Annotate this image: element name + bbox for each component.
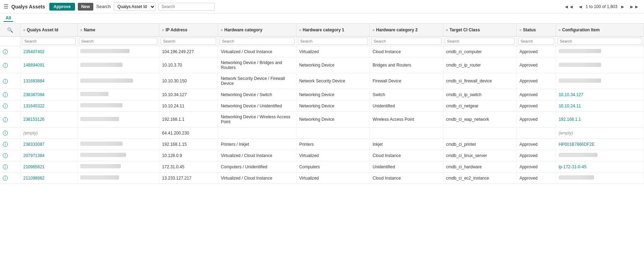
- asset-id-cell: 207971384: [20, 150, 77, 161]
- target-ci-cell: cmdb_ci_ip_switch: [443, 89, 517, 100]
- info-icon-cell: i: [0, 46, 20, 57]
- name-blurred: [80, 153, 126, 157]
- info-icon[interactable]: i: [3, 49, 8, 54]
- asset-id-link[interactable]: 207971384: [23, 153, 44, 158]
- config-item-link[interactable]: ip-172-31-0-45: [559, 164, 587, 169]
- search-target-ci-input[interactable]: [445, 38, 515, 45]
- config-item-cell: [556, 73, 644, 89]
- asset-id-link[interactable]: 238387084: [23, 92, 44, 97]
- search-config-input[interactable]: [557, 38, 642, 45]
- hw-category-cell: Networking Device / Bridges and Routers: [218, 57, 296, 73]
- search-field-select[interactable]: Qualys Asset Id Name IP Address: [114, 2, 156, 11]
- search-hw-cat2-input[interactable]: [371, 38, 442, 45]
- name-cell: [77, 46, 159, 57]
- info-icon-cell: i: [0, 150, 20, 161]
- config-item-link[interactable]: 10.10.34.127: [559, 92, 583, 97]
- info-icon[interactable]: i: [3, 131, 8, 136]
- ip-address-cell: 10.10.34.127: [159, 89, 218, 100]
- info-icon[interactable]: i: [3, 79, 8, 84]
- col-header-asset-id[interactable]: ≡ Qualys Asset Id: [20, 24, 77, 37]
- table-row: i210985821172.31.0.45Computers / Unident…: [0, 161, 644, 173]
- asset-id-link[interactable]: 131645322: [23, 104, 44, 108]
- asset-id-link[interactable]: 131683884: [23, 79, 44, 83]
- name-cell: [77, 139, 159, 150]
- config-item-cell: 10.10.34.127: [556, 89, 644, 100]
- col-header-name[interactable]: ≡ Name: [77, 24, 159, 37]
- config-item-cell: [556, 150, 644, 161]
- col-header-hw-category2[interactable]: ≡ Hardware category 2: [370, 24, 443, 37]
- col-header-target-ci[interactable]: ≡ Target CI Class: [443, 24, 517, 37]
- info-icon[interactable]: i: [3, 104, 8, 108]
- top-bar: ☰ Qualys Assets Approve New Search Qualy…: [0, 0, 644, 13]
- info-icon[interactable]: i: [3, 142, 8, 147]
- col-header-status[interactable]: ≡ Status: [517, 24, 556, 37]
- asset-id-link[interactable]: 238333087: [23, 142, 44, 147]
- hamburger-menu-icon[interactable]: ☰: [4, 3, 8, 10]
- hw-category2-cell: Wireless Access Point: [370, 112, 443, 127]
- target-ci-cell: cmdb_ci_hardware: [443, 161, 517, 173]
- config-item-link[interactable]: HP001B7866DF2E: [559, 142, 595, 147]
- first-page-button[interactable]: ◄◄: [563, 3, 575, 10]
- table-row: i235407402104.196.249.227Virtualized / C…: [0, 46, 644, 57]
- hw-category1-cell: Virtualized: [296, 46, 370, 57]
- name-cell: [77, 112, 159, 127]
- search-hw-cat-input[interactable]: [219, 38, 294, 45]
- config-item-blurred: [559, 63, 601, 67]
- hw-category1-cell: [296, 127, 370, 139]
- ip-address-cell: 13.233.127.217: [159, 173, 218, 184]
- config-item-blurred: [559, 153, 598, 157]
- col-header-hw-category[interactable]: ≡ Hardware category: [218, 24, 296, 37]
- table-row: i238153126192.168.1.1Networking Device /…: [0, 112, 644, 127]
- info-icon[interactable]: i: [3, 176, 8, 181]
- info-icon[interactable]: i: [3, 153, 8, 158]
- search-icon[interactable]: 🔍: [7, 27, 13, 33]
- search-row-target-ci: [443, 37, 517, 46]
- search-row-ip: [159, 37, 218, 46]
- name-blurred: [80, 92, 108, 96]
- col-header-config-item[interactable]: ≡ Configuration Item: [556, 24, 644, 37]
- search-name-input[interactable]: [79, 38, 157, 45]
- last-page-button[interactable]: ►►: [628, 3, 640, 10]
- search-ip-input[interactable]: [161, 38, 216, 45]
- hw-category2-cell: Unidentified: [370, 100, 443, 112]
- search-hw-cat1-input[interactable]: [298, 38, 368, 45]
- col-header-hw-category1[interactable]: ≡ Hardware category 1: [296, 24, 370, 37]
- next-page-button[interactable]: ►: [619, 3, 626, 10]
- asset-id-link[interactable]: 211098862: [23, 176, 44, 181]
- hw-category-cell: Networking Device / Unidentified: [218, 100, 296, 112]
- hw-category1-cell: Networking Device: [296, 112, 370, 127]
- search-input[interactable]: [158, 3, 215, 11]
- ip-address-cell: 64.41.200.230: [159, 127, 218, 139]
- config-item-link[interactable]: 10.10.24.11: [559, 104, 581, 108]
- config-item-link[interactable]: 192.168.1.1: [559, 117, 581, 122]
- approve-button[interactable]: Approve: [49, 3, 75, 11]
- asset-id-link[interactable]: 148894091: [23, 63, 44, 68]
- asset-id-cell: 131645322: [20, 100, 77, 112]
- target-ci-cell: cmdb_ci_ip_router: [443, 57, 517, 73]
- hw-category-cell: Virtualized / Cloud Instance: [218, 173, 296, 184]
- prev-page-button[interactable]: ◄: [576, 3, 584, 10]
- info-icon[interactable]: i: [3, 117, 8, 122]
- ip-address-cell: 10.10.30.150: [159, 73, 218, 89]
- hw-category-cell: [218, 127, 296, 139]
- hw-category2-cell: Switch: [370, 89, 443, 100]
- search-row-hw-cat1: [296, 37, 370, 46]
- column-headers: 🔍 ≡ Qualys Asset Id ≡ Name: [0, 24, 644, 37]
- status-cell: Approved: [517, 89, 556, 100]
- status-badge: Approved: [519, 142, 537, 147]
- info-icon[interactable]: i: [3, 164, 8, 169]
- filter-tab-all[interactable]: All: [4, 15, 13, 22]
- table-body: i235407402104.196.249.227Virtualized / C…: [0, 46, 644, 184]
- asset-id-link[interactable]: 235407402: [23, 49, 44, 54]
- info-icon[interactable]: i: [3, 92, 8, 97]
- info-icon[interactable]: i: [3, 63, 8, 68]
- config-item-cell: [556, 173, 644, 184]
- hw-category-cell: Virtualized / Cloud Instance: [218, 150, 296, 161]
- search-status-input[interactable]: [518, 38, 554, 45]
- asset-id-link[interactable]: 210985821: [23, 164, 44, 169]
- new-button[interactable]: New: [78, 3, 94, 11]
- table-row: i13168388410.10.30.150Network Security D…: [0, 73, 644, 89]
- search-asset-id-input[interactable]: [22, 38, 76, 45]
- asset-id-link[interactable]: 238153126: [23, 117, 44, 122]
- col-header-ip[interactable]: ≡ IP Address: [159, 24, 218, 37]
